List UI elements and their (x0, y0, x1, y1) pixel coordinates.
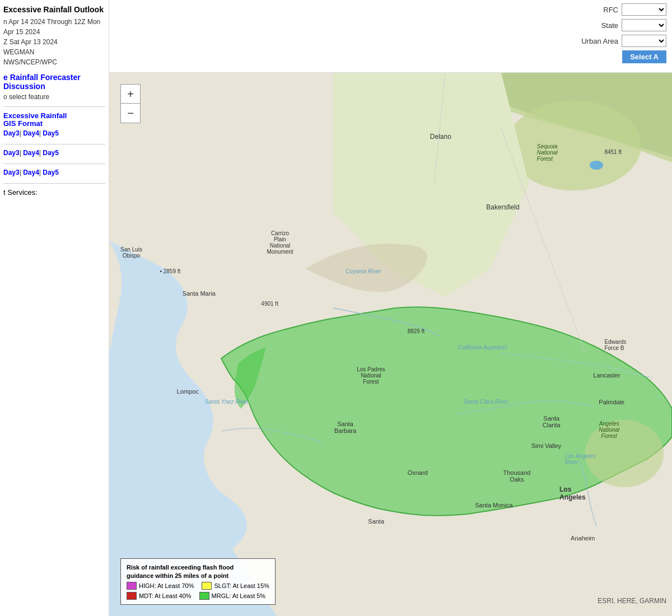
legend-row-2: MDT: At Least 40% MRGL: At Least 5% (127, 592, 269, 600)
zoom-controls: + − (120, 84, 141, 123)
day-links-row-2: Day3| Day4| Day5 (3, 149, 105, 157)
map-container[interactable]: + − SequoiaNationalForest 8451 ft Delano… (109, 73, 672, 616)
legend-mdt: MDT: At Least 40% (127, 592, 192, 600)
select-feature-instruction: o select feature (3, 93, 105, 101)
legend-high: HIGH: At Least 70% (127, 582, 194, 590)
legend-high-label: HIGH: At Least 70% (139, 582, 194, 589)
excessive-rainfall-label[interactable]: Excessive Rainfall (3, 111, 105, 120)
sidebar: Excessive Rainfall Outlook n Apr 14 2024… (0, 0, 109, 616)
day3-link-2[interactable]: Day3 (3, 149, 20, 157)
day4-link-2[interactable]: Day4 (23, 149, 39, 157)
sidebar-divider-4 (3, 183, 105, 184)
link-group-2: Day3| Day4| Day5 (3, 149, 105, 157)
map-background (109, 73, 672, 616)
rfc-control-row: RFC (603, 3, 666, 16)
attribution-label: ESRI, HERE, GARMIN (598, 597, 666, 605)
urban-area-label: Urban Area (581, 37, 618, 45)
sidebar-divider-2 (3, 144, 105, 144)
rfc-select[interactable] (622, 3, 666, 16)
zoom-in-button[interactable]: + (121, 85, 140, 104)
select-button[interactable]: Select A (622, 50, 666, 63)
legend-mdt-label: MDT: At Least 40% (139, 592, 192, 599)
right-panel: RFC State Urban Area (109, 0, 672, 616)
top-bar: RFC State Urban Area (109, 0, 672, 73)
day3-link-3[interactable]: Day3 (3, 169, 20, 176)
day-links-row-3: Day3| Day4| Day5 (3, 169, 105, 176)
state-control-row: State (601, 19, 666, 31)
legend-mrgl-swatch (199, 592, 209, 600)
day4-link-1[interactable]: Day4 (23, 129, 39, 137)
zoom-out-button[interactable]: − (121, 104, 140, 123)
state-label: State (601, 21, 618, 30)
gis-format-label[interactable]: GIS Format (3, 119, 105, 128)
sidebar-meta: n Apr 14 2024 Through 12Z Mon Apr 15 202… (3, 17, 105, 67)
svg-point-6 (590, 161, 603, 170)
controls-area: RFC State Urban Area (581, 3, 666, 63)
legend-mrgl: MRGL: At Least 5% (199, 592, 266, 600)
day-links-row-1: Day3| Day4| Day5 (3, 129, 105, 137)
forecaster-discussion-link[interactable]: e Rainfall Forecaster Discussion (3, 73, 105, 91)
legend-slgt-label: SLGT: At Least 15% (214, 582, 269, 589)
day3-link-1[interactable]: Day3 (3, 129, 20, 137)
day5-link-1[interactable]: Day5 (43, 129, 59, 137)
urban-area-control-row: Urban Area (581, 35, 666, 47)
svg-point-5 (585, 420, 664, 487)
legend-mdt-swatch (127, 592, 137, 600)
sidebar-title: Excessive Rainfall Outlook (3, 4, 105, 15)
link-group-3: Day3| Day4| Day5 (3, 169, 105, 176)
select-button-row: Select A (622, 50, 666, 63)
legend-slgt-swatch (202, 582, 212, 590)
services-label: t Services: (3, 188, 105, 197)
day5-link-2[interactable]: Day5 (43, 149, 59, 157)
excessive-rainfall-links: Excessive Rainfall GIS Format Day3| Day4… (3, 111, 105, 137)
legend-mrgl-label: MRGL: At Least 5% (212, 592, 266, 599)
legend-slgt: SLGT: At Least 15% (202, 582, 269, 590)
sidebar-divider-1 (3, 106, 105, 107)
day4-link-3[interactable]: Day4 (23, 169, 39, 176)
sidebar-divider-3 (3, 164, 105, 164)
legend-title: Risk of rainfall exceeding flash flood g… (127, 563, 250, 580)
legend: Risk of rainfall exceeding flash flood g… (120, 558, 276, 605)
state-select[interactable] (622, 19, 666, 31)
legend-row-1: HIGH: At Least 70% SLGT: At Least 15% (127, 582, 269, 590)
urban-area-select[interactable] (622, 35, 666, 47)
rfc-label: RFC (603, 6, 618, 14)
day5-link-3[interactable]: Day5 (43, 169, 59, 176)
legend-high-swatch (127, 582, 137, 590)
